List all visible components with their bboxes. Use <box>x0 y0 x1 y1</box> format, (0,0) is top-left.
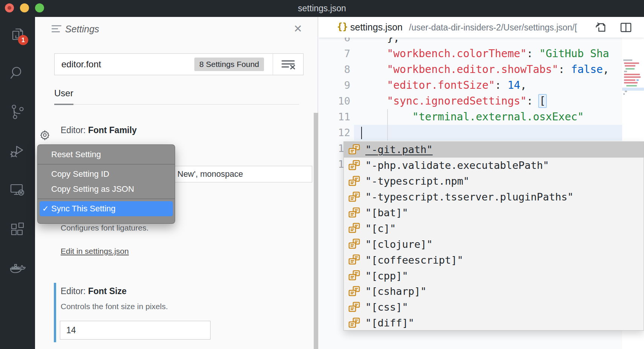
minimap-row <box>624 76 641 78</box>
menu-item-copy-setting-as-json[interactable]: Copy Setting as JSON <box>40 182 173 197</box>
settings-tab-title: Settings <box>65 24 99 35</box>
activity-files-icon[interactable]: 1 <box>8 25 27 45</box>
suggest-item[interactable]: "[csharp]" <box>344 284 644 299</box>
menu-item-sync-this-setting[interactable]: ✓Sync This Setting <box>40 201 173 216</box>
settings-search-box: 8 Settings Found <box>54 53 304 75</box>
code-token: : <box>526 47 539 60</box>
suggest-item-label: "[bat]" <box>365 207 408 219</box>
activity-run-debug-icon[interactable] <box>8 141 27 161</box>
setting-title-font-family: Editor: Font Family <box>61 125 137 135</box>
suggest-item[interactable]: "[diff]" <box>344 315 644 331</box>
code-token: : <box>526 95 539 107</box>
split-editor-icon[interactable] <box>619 21 633 34</box>
line-number: 12 <box>319 125 350 141</box>
suggest-item[interactable]: "[css]" <box>344 299 644 315</box>
editor-header: {} settings.json /user-data-dir-insiders… <box>319 17 644 38</box>
setting-title-font-size: Editor: Font Size <box>61 286 127 296</box>
menu-item-label: Reset Setting <box>51 150 101 159</box>
menu-item-label: Copy Setting as JSON <box>51 184 134 194</box>
gear-icon[interactable] <box>40 130 50 140</box>
suggest-item[interactable]: "-typescript.tsserver.pluginPaths" <box>344 189 644 205</box>
remote-explorer-icon <box>8 180 27 200</box>
value-icon <box>348 269 361 282</box>
suggest-item[interactable]: "[c]" <box>344 220 644 236</box>
code-line: "editor.fontSize": 14, <box>362 77 526 93</box>
breadcrumb-file-name[interactable]: settings.json <box>350 22 403 33</box>
menu-item-reset-setting[interactable]: Reset Setting <box>40 147 173 162</box>
suggest-item[interactable]: "[bat]" <box>344 205 644 221</box>
minimap-row <box>624 79 635 81</box>
font-size-input[interactable] <box>60 321 210 339</box>
suggest-item-label: "-typescript.npm" <box>365 175 469 187</box>
suggest-item[interactable]: "[clojure]" <box>344 236 644 252</box>
minimize-window-button[interactable] <box>20 3 29 12</box>
activity-docker-icon[interactable] <box>8 259 27 278</box>
close-icon[interactable]: ✕ <box>291 23 305 36</box>
line-number: 11 <box>319 109 350 125</box>
menu-item-label: Copy Setting ID <box>51 169 109 179</box>
minimap-row <box>636 79 639 81</box>
minimap-row <box>625 91 627 92</box>
suggest-widget: "-git.path""-php.validate.executablePath… <box>343 141 644 331</box>
text-cursor <box>361 127 362 139</box>
json-brace-icon: {} <box>337 21 348 32</box>
value-icon <box>348 191 361 203</box>
line-number: 7 <box>319 46 350 62</box>
menu-separator <box>38 199 175 199</box>
settings-count-badge: 8 Settings Found <box>194 58 264 71</box>
tab-user-scope[interactable]: User <box>54 88 73 105</box>
value-icon <box>348 301 361 314</box>
close-window-button[interactable] <box>5 3 14 12</box>
editor-pane: 67891011121314 }, "workbench.colorTheme"… <box>319 17 644 349</box>
code-token: , <box>520 79 526 91</box>
settings-tab-icon <box>52 25 61 33</box>
explorer-badge: 1 <box>18 35 28 45</box>
suggest-item[interactable]: "[cpp]" <box>344 268 644 284</box>
breadcrumb[interactable]: /user-data-dir-insiders-2/User/settings.… <box>409 23 577 33</box>
value-icon <box>348 285 361 298</box>
suggest-item-label: "[c]" <box>365 223 396 234</box>
menu-item-label: Sync This Setting <box>51 204 116 213</box>
search-icon <box>8 63 27 83</box>
suggest-item-label: "[csharp]" <box>365 285 427 297</box>
minimap-row <box>623 59 632 61</box>
menu-separator <box>38 164 175 165</box>
line-number: 9 <box>319 77 350 93</box>
activity-search-icon[interactable] <box>8 63 27 83</box>
activity-source-control-icon[interactable] <box>8 102 27 121</box>
minimap-row <box>625 65 635 67</box>
code-token: "GitHub Sha <box>539 47 609 60</box>
code-token <box>362 63 387 76</box>
value-icon <box>348 143 361 156</box>
open-preview-icon[interactable] <box>594 21 607 34</box>
value-icon <box>348 206 361 219</box>
font-family-input[interactable] <box>174 166 312 182</box>
activity-extensions-icon[interactable] <box>8 220 27 240</box>
minimap-row <box>624 71 627 72</box>
minimap-row <box>624 82 638 83</box>
code-token <box>362 79 387 91</box>
minimap-row <box>624 62 639 64</box>
font-size-input-box <box>60 321 211 340</box>
suggest-item[interactable]: "-git.path" <box>344 142 644 158</box>
suggest-item[interactable]: "[coffeescript]" <box>344 252 644 268</box>
clear-filters-icon[interactable] <box>278 58 298 71</box>
code-token: 14 <box>508 79 520 91</box>
minimap-row <box>622 88 644 91</box>
zoom-window-button[interactable] <box>35 3 44 12</box>
source-control-icon <box>8 102 27 121</box>
suggest-item-label: "-git.path" <box>365 144 433 155</box>
menu-item-copy-setting-id[interactable]: Copy Setting ID <box>40 167 173 182</box>
docker-icon <box>8 259 27 278</box>
suggest-item[interactable]: "-typescript.npm" <box>344 173 644 189</box>
minimap-row <box>624 74 640 75</box>
suggest-item[interactable]: "-php.validate.executablePath" <box>344 158 644 173</box>
code-token: "editor.fontSize" <box>387 79 495 91</box>
code-line: "sync.ignoredSettings": [ <box>362 93 546 109</box>
code-token: "sync.ignoredSettings" <box>387 95 526 107</box>
edit-in-settings-json-link[interactable]: Edit in settings.json <box>61 247 129 256</box>
activity-remote-explorer-icon[interactable] <box>8 180 27 200</box>
settings-scrollbar[interactable] <box>314 113 318 349</box>
code-token: : <box>495 79 508 91</box>
suggest-item-label: "[cpp]" <box>365 270 408 282</box>
